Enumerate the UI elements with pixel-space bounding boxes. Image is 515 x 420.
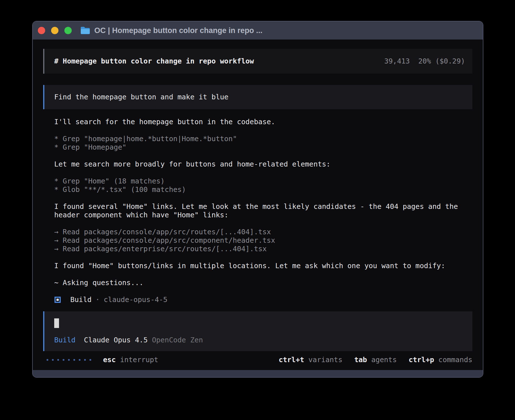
spinner-dot <box>63 359 64 361</box>
terminal-content: # Homepage button color change in repo w… <box>33 40 483 370</box>
tool-call-read: → Read packages/console/app/src/componen… <box>54 236 472 245</box>
folder-icon <box>80 27 90 34</box>
token-count: 39,413 <box>384 57 410 65</box>
zoom-button[interactable] <box>64 27 72 34</box>
window-titlebar[interactable]: OC | Homepage button color change in rep… <box>33 21 483 40</box>
hint-agents: tab agents <box>354 356 397 364</box>
terminal-window: OC | Homepage button color change in rep… <box>32 21 483 378</box>
spinner-dot <box>57 359 59 361</box>
minimize-button[interactable] <box>51 27 58 34</box>
window-title: OC | Homepage button color change in rep… <box>94 26 263 35</box>
tool-call-group: * Grep "Home" (18 matches) * Glob "**/*.… <box>54 177 472 194</box>
working-status: ~ Asking questions... <box>54 279 472 287</box>
hint-interrupt: esc interrupt <box>103 356 158 364</box>
agent-indicator: Build · claude-opus-4-5 <box>54 296 472 304</box>
status-right: ctrl+t variants tab agents ctrl+p comman… <box>279 356 472 364</box>
esc-label: interrupt <box>120 356 158 364</box>
desktop: OC | Homepage button color change in rep… <box>0 0 515 420</box>
commands-label: commands <box>438 356 472 364</box>
model-label: Claude Opus 4.5 <box>84 336 148 344</box>
user-message-text: Find the homepage button and make it blu… <box>54 93 228 101</box>
tool-call-group: * Grep "homepage|home.*button|Home.*butt… <box>54 135 472 152</box>
status-left: esc interrupt <box>47 356 158 364</box>
session-meta: 39,413 20% ($0.29) <box>384 57 465 65</box>
agent-mode-label: Build <box>54 336 75 344</box>
agent-name: Build <box>70 296 91 304</box>
tool-call-read: → Read packages/enterprise/src/routes/[.… <box>54 245 472 253</box>
session-header: # Homepage button color change in repo w… <box>43 49 472 74</box>
text-cursor <box>54 318 59 328</box>
assistant-text: I found "Home" buttons/links in multiple… <box>54 262 472 270</box>
tool-call-group: → Read packages/console/app/src/routes/[… <box>54 228 472 253</box>
session-title: # Homepage button color change in repo w… <box>54 57 254 65</box>
spinner-dots <box>47 359 91 361</box>
ctrl-t-key: ctrl+t <box>279 356 304 364</box>
assistant-transcript: I'll search for the homepage button in t… <box>43 118 472 304</box>
assistant-text: I found several "Home" links. Let me loo… <box>54 202 472 219</box>
agent-square-icon <box>54 297 61 303</box>
tool-call-grep: * Grep "Homepage" <box>54 143 472 152</box>
spinner-dot <box>90 359 91 361</box>
spinner-dot <box>52 359 54 361</box>
tool-call-grep: * Grep "homepage|home.*button|Home.*butt… <box>54 135 472 143</box>
tool-call-read: → Read packages/console/app/src/routes/[… <box>54 228 472 236</box>
variants-label: variants <box>308 356 342 364</box>
prompt-input[interactable]: Build Claude Opus 4.5 OpenCode Zen <box>43 311 472 351</box>
hint-variants: ctrl+t variants <box>279 356 342 364</box>
spinner-dot <box>68 359 70 361</box>
tool-call-grep: * Grep "Home" (18 matches) <box>54 177 472 185</box>
traffic-lights <box>38 27 72 34</box>
tab-key: tab <box>354 356 367 364</box>
hint-commands: ctrl+p commands <box>409 356 472 364</box>
esc-key: esc <box>103 356 116 364</box>
tool-call-glob: * Glob "**/*.tsx" (100 matches) <box>54 185 472 194</box>
assistant-text: I'll search for the homepage button in t… <box>54 118 472 126</box>
input-meta: Build Claude Opus 4.5 OpenCode Zen <box>54 336 465 344</box>
assistant-text: Let me search more broadly for buttons a… <box>54 160 472 169</box>
spinner-dot <box>73 359 75 361</box>
agents-label: agents <box>371 356 397 364</box>
close-button[interactable] <box>38 27 45 34</box>
spinner-dot <box>47 359 48 361</box>
spinner-dot <box>79 359 80 361</box>
user-message: Find the homepage button and make it blu… <box>43 85 472 109</box>
agent-model: claude-opus-4-5 <box>104 296 167 304</box>
window-footer <box>33 370 483 377</box>
context-usage: 20% ($0.29) <box>418 57 465 65</box>
ctrl-p-key: ctrl+p <box>409 356 434 364</box>
provider-label: OpenCode Zen <box>152 336 203 344</box>
status-bar: esc interrupt ctrl+t variants tab agents… <box>43 351 472 368</box>
spinner-dot <box>84 359 86 361</box>
agent-separator: · <box>95 296 100 304</box>
